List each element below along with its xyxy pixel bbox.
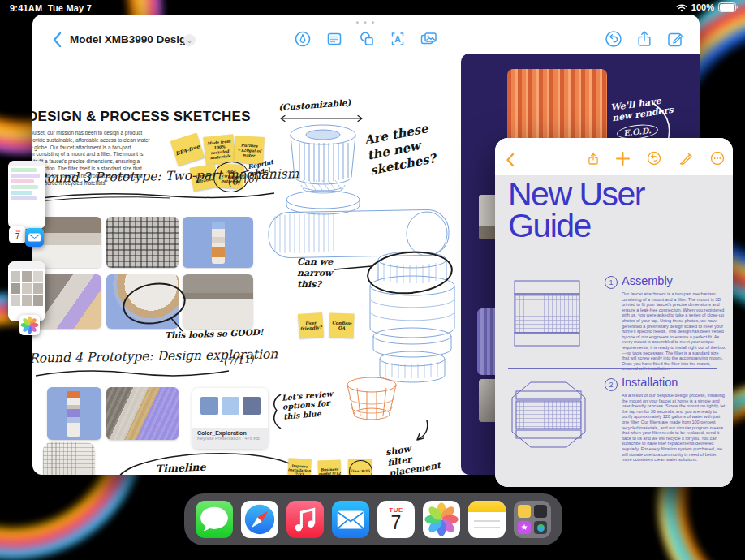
section-body: Our faucet attachment is a two-part mech… (622, 291, 726, 372)
sticky-note[interactable]: Business model 9/12 (318, 460, 342, 475)
battery-icon (718, 2, 739, 12)
show-filter-note[interactable]: show filter placement (385, 439, 441, 475)
brace-annotation (269, 393, 282, 430)
swatch-slate (243, 397, 261, 415)
product-render (212, 222, 225, 264)
section-heading: Assembly (622, 274, 673, 287)
swatch-blue (200, 397, 218, 415)
sticky-note-icon (325, 29, 344, 49)
sticky-note[interactable]: Improve installation 7/22 (287, 458, 311, 475)
filter-diagram (510, 278, 584, 349)
text-tool-button[interactable]: A (388, 29, 407, 49)
calendar-app-icon[interactable]: TUE 7 (9, 226, 26, 243)
back-icon[interactable] (506, 153, 515, 167)
sticky-note[interactable]: BPA-free (170, 133, 205, 166)
insert-media-icon (419, 29, 438, 49)
safari-app-icon[interactable] (241, 501, 278, 538)
file-name: Color_Exploration (197, 430, 263, 436)
guide-title: New User Guide (508, 179, 719, 242)
mail-app-icon[interactable] (25, 228, 44, 247)
orange-cylinder-render (507, 69, 607, 142)
freeform-toolbar: Model XMB3990 Design ⌄ A (32, 28, 700, 55)
divider (508, 368, 717, 369)
photos-app-icon[interactable] (19, 315, 40, 335)
status-date: Tue May 7 (48, 3, 92, 13)
media-tool-button[interactable] (419, 29, 438, 49)
sticky-note-tool-button[interactable] (325, 29, 344, 49)
board-title[interactable]: Model XMB3990 Design (70, 33, 193, 45)
swatch-lightblue (222, 397, 239, 415)
stage-thumbnail-calendar-mail[interactable] (8, 161, 45, 229)
format-brush-icon[interactable] (678, 150, 694, 166)
chevron-down-icon: ⌄ (187, 37, 193, 45)
status-time: 9:41AM (10, 3, 42, 13)
app-library-mini-dark (534, 505, 547, 518)
customizable-arrow (276, 114, 367, 123)
stage-thumbnail-photos[interactable] (8, 261, 45, 321)
show-filter-arrow (399, 419, 432, 443)
timeline-note[interactable]: Timeline needs updating (155, 459, 243, 475)
lets-review-note[interactable]: Let's review options for this blue (282, 389, 335, 421)
undo-icon[interactable] (646, 150, 662, 166)
orange-wireframe-sketch[interactable] (339, 375, 404, 425)
file-card[interactable]: Color_Exploration Keynote Presentation ·… (192, 388, 268, 449)
pen-circle-icon (293, 29, 312, 49)
shapes-icon (357, 29, 377, 49)
photo-rim-closeup2[interactable] (183, 274, 253, 329)
guide-toolbar (495, 138, 733, 175)
round4-date[interactable]: (7/11) (222, 352, 254, 368)
app-library-mini-yellow (518, 505, 531, 518)
share-button[interactable] (635, 29, 654, 49)
calendar-day: 7 (9, 233, 26, 241)
can-we-narrow-note[interactable]: Can we narrow this? (297, 256, 333, 290)
photo-product-blue[interactable] (183, 217, 253, 268)
draw-tool-button[interactable] (293, 29, 312, 49)
compose-icon (665, 29, 685, 49)
undo-button[interactable] (604, 29, 623, 49)
add-icon[interactable] (616, 152, 630, 166)
undo-icon (604, 29, 623, 49)
product-render (67, 391, 80, 437)
title-menu-button[interactable]: ⌄ (183, 34, 196, 46)
dock: TUE 7 ★ (184, 493, 562, 545)
photo-purple-flute-closeup[interactable] (106, 387, 179, 440)
app-library-mini-teal (534, 521, 547, 534)
file-meta: Keynote Presentation · 476 KB (197, 436, 263, 441)
photo-grid-texture[interactable] (106, 217, 179, 268)
new-board-button[interactable] (665, 29, 685, 49)
photo-circle-annotation (118, 282, 191, 333)
round3-underline (32, 188, 276, 203)
app-library-icon[interactable]: ★ (514, 501, 551, 538)
photo-stack-orange-cap[interactable] (47, 387, 101, 440)
notes-app-icon[interactable] (468, 501, 506, 538)
mail-app-icon[interactable] (332, 501, 369, 538)
photo-filter-cylinder[interactable] (43, 442, 95, 475)
sticky-note[interactable]: Made from 100% recycled materials (203, 134, 235, 165)
messages-app-icon[interactable] (196, 501, 233, 538)
sticky-note[interactable]: Confirm QA (329, 312, 354, 338)
share-icon (635, 29, 654, 49)
shapes-tool-button[interactable] (357, 29, 377, 49)
wifi-icon (676, 3, 687, 12)
guide-document[interactable]: New User Guide 1 Assembly Our faucet att… (495, 175, 733, 487)
music-app-icon[interactable] (286, 501, 324, 538)
mount-diagram (510, 380, 588, 450)
calendar-app-icon[interactable]: TUE 7 (377, 501, 415, 538)
more-icon[interactable] (709, 150, 726, 166)
sticky-note[interactable]: Purifies ~120gal of water (234, 136, 265, 164)
photos-app-icon[interactable] (423, 501, 460, 538)
section-body: As a result of our bespoke design proces… (622, 393, 726, 463)
round4-underline (36, 367, 230, 380)
back-icon[interactable] (52, 32, 62, 48)
status-bar: 9:41AM Tue May 7 100% (0, 0, 745, 16)
share-icon[interactable] (586, 151, 601, 167)
divider (508, 265, 717, 265)
svg-text:A: A (394, 34, 401, 44)
section-heading: Installation (622, 376, 678, 389)
canvas-heading[interactable]: DESIGN & PROCESS SKETCHES (32, 109, 251, 127)
narrow-annotation (317, 248, 454, 299)
text-box-icon: A (388, 29, 407, 49)
window-drag-handle[interactable]: • • • (32, 19, 700, 27)
sticky-note[interactable]: User friendly? (298, 312, 324, 338)
guide-window[interactable]: • • • New User Guide 1 Assembly Our fauc… (495, 138, 733, 487)
